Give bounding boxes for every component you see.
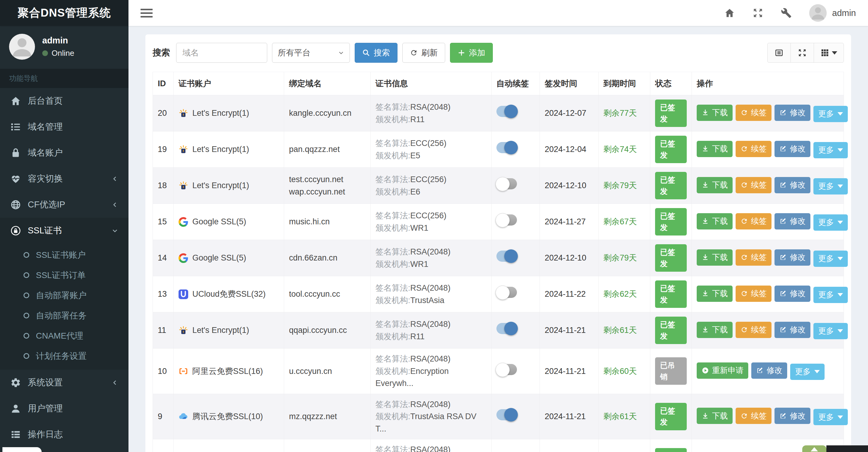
column-header: 绑定域名 [284, 72, 370, 95]
refresh-button[interactable]: 刷新 [402, 43, 445, 63]
sidebar-item-域名管理[interactable]: 域名管理 [0, 114, 128, 140]
renew-button[interactable]: 续签 [736, 286, 772, 302]
download-icon [702, 412, 709, 420]
cell-issued: 2024-12-07 [539, 95, 598, 131]
sidebar-subitem-自动部署任务[interactable]: 自动部署任务 [0, 305, 128, 326]
edit-button[interactable]: 修改 [775, 249, 810, 266]
table-fullscreen-button[interactable] [790, 43, 814, 63]
sidebar-item-CF优选IP[interactable]: CF优选IP [0, 192, 128, 218]
reapply-button[interactable]: 重新申请 [697, 362, 748, 379]
wrench-icon[interactable] [781, 7, 792, 19]
auto-renew-toggle[interactable] [496, 178, 517, 189]
renew-button[interactable]: 续签 [736, 105, 772, 121]
refresh-icon [410, 49, 418, 57]
cell-auto-renew [491, 131, 539, 168]
cell-status: 已签发 [650, 312, 691, 349]
sidebar-item-后台首页[interactable]: 后台首页 [0, 88, 128, 114]
user-menu[interactable]: admin [809, 4, 856, 22]
download-button[interactable]: 下载 [697, 105, 733, 121]
cell-cert-info: 签名算法:RSA(2048)颁发机构:TrustAsia RSA DV T... [370, 394, 491, 439]
sidebar-item-操作日志[interactable]: 操作日志 [0, 422, 128, 448]
edit-button[interactable]: 修改 [775, 177, 810, 193]
cell-account: Google SSL(5) [174, 240, 284, 276]
edit-button[interactable]: 修改 [775, 408, 810, 424]
more-button[interactable]: 更多 [813, 178, 848, 194]
renew-button[interactable]: 续签 [736, 177, 772, 193]
edit-button[interactable]: 修改 [751, 362, 787, 379]
more-button[interactable]: 更多 [813, 251, 848, 267]
search-input[interactable] [176, 43, 267, 63]
sidebar-subitem-自动部署账户[interactable]: 自动部署账户 [0, 285, 128, 305]
detail-view-button[interactable] [767, 43, 791, 63]
back-to-top-button[interactable] [802, 445, 826, 452]
download-button[interactable]: 下载 [697, 177, 733, 193]
sidebar-subitem-SSL证书订单[interactable]: SSL证书订单 [0, 265, 128, 285]
edit-button[interactable]: 修改 [775, 322, 810, 338]
more-button[interactable]: 更多 [813, 287, 848, 303]
sidebar-subitem-SSL证书账户[interactable]: SSL证书账户 [0, 245, 128, 265]
renew-button[interactable]: 续签 [736, 408, 772, 424]
edit-button[interactable]: 修改 [775, 286, 810, 302]
auto-renew-toggle[interactable] [496, 364, 517, 375]
auto-renew-toggle[interactable] [496, 106, 517, 117]
sidebar-item-label: 用户管理 [28, 402, 63, 415]
auto-renew-toggle[interactable] [496, 142, 517, 153]
avatar [809, 4, 827, 22]
renew-button[interactable]: 续签 [736, 322, 772, 338]
add-button[interactable]: 添加 [450, 43, 493, 63]
more-button[interactable]: 更多 [813, 215, 848, 231]
renew-button[interactable]: 续签 [736, 213, 772, 229]
auto-renew-toggle[interactable] [496, 409, 517, 420]
renew-button[interactable]: 续签 [736, 249, 772, 266]
cell-account: Google SSL(5) [174, 204, 284, 240]
more-button[interactable]: 更多 [813, 106, 848, 122]
auto-renew-toggle[interactable] [496, 251, 517, 262]
download-icon [702, 326, 709, 333]
download-button[interactable]: 下载 [697, 408, 733, 424]
edit-button[interactable]: 修改 [775, 213, 810, 229]
download-button[interactable]: 下载 [697, 213, 733, 229]
home-icon[interactable] [724, 7, 735, 19]
sidebar-item-用户管理[interactable]: 用户管理 [0, 396, 128, 422]
platform-select[interactable]: 所有平台 [272, 43, 350, 63]
more-button[interactable]: 更多 [813, 409, 848, 425]
fullscreen-icon[interactable] [752, 7, 763, 19]
download-button[interactable]: 下载 [697, 286, 733, 302]
cell-expiry: 剩余60天 [598, 439, 650, 452]
edit-button[interactable]: 修改 [775, 141, 810, 157]
sidebar-item-label: 容灾切换 [28, 173, 63, 185]
cell-domains: pan.qqzzz.net [284, 131, 370, 168]
sidebar-subitem-计划任务设置[interactable]: 计划任务设置 [0, 346, 128, 366]
cell-account: Let's Encrypt(1) [174, 168, 284, 204]
cell-expiry: 剩余60天 [598, 349, 650, 394]
sidebar: admin Online 功能导航 后台首页域名管理域名账户容灾切换CF优选IP… [0, 26, 128, 452]
sidebar-subitem-CNAME代理[interactable]: CNAME代理 [0, 326, 128, 346]
search-button[interactable]: 搜索 [355, 43, 398, 63]
cell-actions: 下载续签修改更多 [691, 276, 843, 312]
more-button[interactable]: 更多 [813, 142, 848, 158]
sidebar-toggle-icon[interactable] [141, 9, 153, 18]
auto-renew-toggle[interactable] [496, 323, 517, 334]
account-name: Let's Encrypt(1) [192, 180, 249, 192]
more-button[interactable]: 更多 [790, 364, 825, 380]
chevron-down-icon [112, 227, 118, 234]
renew-button[interactable]: 续签 [736, 141, 772, 157]
download-button[interactable]: 下载 [697, 322, 733, 338]
auto-renew-toggle[interactable] [496, 215, 517, 226]
download-button[interactable]: 下载 [697, 141, 733, 157]
more-button[interactable]: 更多 [813, 323, 848, 339]
domain: music.hi.cn [289, 216, 365, 228]
columns-button[interactable] [814, 43, 844, 63]
sidebar-item-SSL证书[interactable]: SSL证书 [0, 218, 128, 244]
cell-domains: music.hi.cn [284, 204, 370, 240]
cell-cert-info: 签名算法:RSA(2048)颁发机构:R11 [370, 312, 491, 349]
sidebar-item-容灾切换[interactable]: 容灾切换 [0, 166, 128, 192]
refresh-icon [740, 326, 748, 333]
cell-expiry: 剩余74天 [598, 131, 650, 168]
edit-button[interactable]: 修改 [775, 105, 810, 121]
auto-renew-toggle[interactable] [496, 287, 517, 298]
table-row: 13UCloud免费SSL(32)tool.cccyun.cc签名算法:RSA(… [153, 276, 844, 312]
download-button[interactable]: 下载 [697, 249, 733, 266]
sidebar-item-系统设置[interactable]: 系统设置 [0, 370, 128, 396]
sidebar-item-域名账户[interactable]: 域名账户 [0, 140, 128, 166]
